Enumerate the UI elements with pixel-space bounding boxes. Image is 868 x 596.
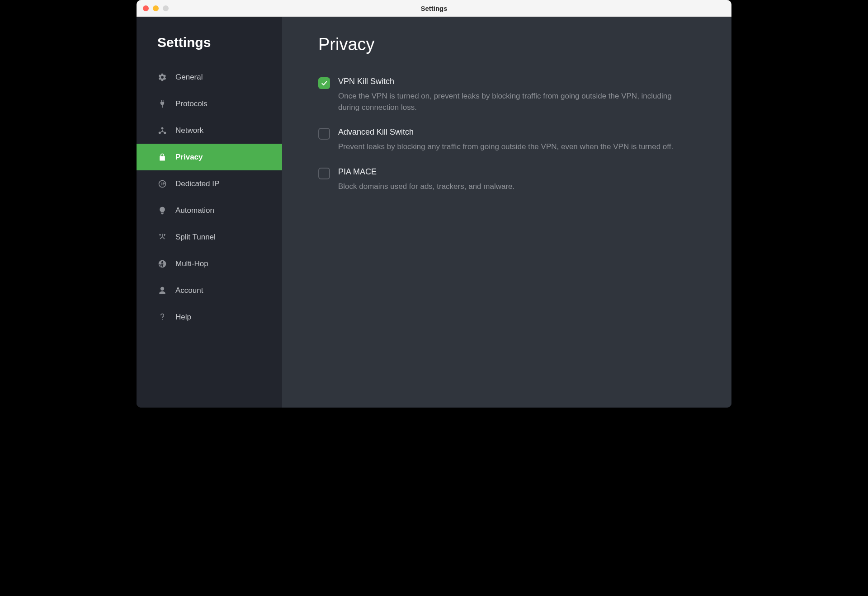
sidebar-item-network[interactable]: Network <box>137 117 282 144</box>
sidebar-item-label: Split Tunnel <box>175 233 216 242</box>
settings-window: Settings Settings General Protocols <box>137 0 731 408</box>
option-title: VPN Kill Switch <box>338 77 691 86</box>
option-title: Advanced Kill Switch <box>338 127 673 137</box>
split-icon <box>157 232 167 242</box>
sidebar-item-protocols[interactable]: Protocols <box>137 90 282 117</box>
gear-icon <box>157 72 167 82</box>
sidebar-nav: General Protocols Network <box>137 64 282 330</box>
globe-icon <box>157 259 167 269</box>
plug-icon <box>157 99 167 109</box>
sidebar: Settings General Protocols <box>137 17 282 408</box>
checkbox-advanced-kill-switch[interactable] <box>318 128 330 140</box>
sidebar-item-label: General <box>175 73 203 82</box>
option-texts: PIA MACE Block domains used for ads, tra… <box>338 167 514 192</box>
sidebar-item-automation[interactable]: Automation <box>137 197 282 224</box>
sidebar-item-label: Network <box>175 126 203 135</box>
option-title: PIA MACE <box>338 167 514 177</box>
option-texts: VPN Kill Switch Once the VPN is turned o… <box>338 77 691 113</box>
checkbox-pia-mace[interactable] <box>318 168 330 179</box>
sidebar-item-label: Account <box>175 286 203 295</box>
sidebar-item-label: Help <box>175 313 191 322</box>
sidebar-item-account[interactable]: Account <box>137 277 282 304</box>
ip-icon <box>157 179 167 189</box>
close-window-button[interactable] <box>143 5 149 11</box>
user-icon <box>157 286 167 296</box>
sidebar-heading: Settings <box>137 17 282 64</box>
option-pia-mace: PIA MACE Block domains used for ads, tra… <box>318 167 695 192</box>
window-controls <box>137 5 169 11</box>
question-icon <box>157 312 167 322</box>
sidebar-item-label: Multi-Hop <box>175 259 208 268</box>
zoom-window-button[interactable] <box>163 5 169 11</box>
sidebar-item-label: Privacy <box>175 153 203 162</box>
page-title: Privacy <box>318 35 695 54</box>
sidebar-item-multi-hop[interactable]: Multi-Hop <box>137 250 282 277</box>
window-body: Settings General Protocols <box>137 17 731 408</box>
sidebar-item-dedicated-ip[interactable]: Dedicated IP <box>137 170 282 197</box>
checkbox-vpn-kill-switch[interactable] <box>318 77 330 89</box>
sidebar-item-label: Protocols <box>175 99 208 108</box>
option-vpn-kill-switch: VPN Kill Switch Once the VPN is turned o… <box>318 77 695 113</box>
sidebar-item-label: Dedicated IP <box>175 179 219 188</box>
minimize-window-button[interactable] <box>153 5 159 11</box>
option-description: Prevent leaks by blocking any traffic fr… <box>338 141 673 153</box>
option-texts: Advanced Kill Switch Prevent leaks by bl… <box>338 127 673 153</box>
window-title: Settings <box>137 5 731 12</box>
lightbulb-icon <box>157 206 167 216</box>
content-panel: Privacy VPN Kill Switch Once the VPN is … <box>282 17 731 408</box>
sidebar-item-label: Automation <box>175 206 214 215</box>
sidebar-item-split-tunnel[interactable]: Split Tunnel <box>137 224 282 250</box>
option-description: Block domains used for ads, trackers, an… <box>338 181 514 192</box>
network-icon <box>157 126 167 136</box>
option-advanced-kill-switch: Advanced Kill Switch Prevent leaks by bl… <box>318 127 695 153</box>
sidebar-item-help[interactable]: Help <box>137 304 282 330</box>
sidebar-item-general[interactable]: General <box>137 64 282 90</box>
lock-icon <box>157 152 167 162</box>
sidebar-item-privacy[interactable]: Privacy <box>137 144 282 170</box>
titlebar: Settings <box>137 0 731 17</box>
option-description: Once the VPN is turned on, prevent leaks… <box>338 91 691 113</box>
